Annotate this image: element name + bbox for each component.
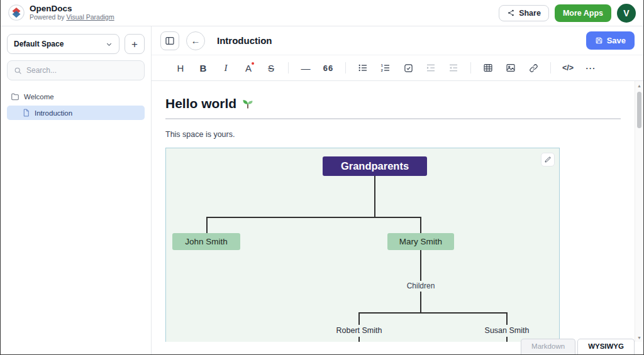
tree-connector-line bbox=[506, 312, 508, 325]
toolbar-divider bbox=[550, 62, 551, 74]
visual-paradigm-link[interactable]: Visual Paradigm bbox=[66, 13, 114, 21]
italic-button[interactable]: I bbox=[214, 58, 237, 77]
save-label: Save bbox=[607, 36, 626, 45]
vertical-scrollbar[interactable]: ▲ ▼ bbox=[635, 81, 643, 342]
tree-connector-line bbox=[420, 292, 421, 312]
outdent-button[interactable] bbox=[442, 58, 465, 77]
wysiwyg-mode-button[interactable]: WYSIWYG bbox=[577, 339, 635, 354]
color-dot bbox=[252, 62, 254, 65]
add-space-button[interactable]: + bbox=[125, 34, 145, 54]
tree-connector-line bbox=[374, 176, 375, 217]
tree-connector-line bbox=[206, 217, 208, 233]
main-panel: ← Introduction Save H B I A S — 6 bbox=[152, 26, 643, 354]
diagram-edge-label-children: Children bbox=[407, 281, 435, 290]
tree-connector-line bbox=[206, 217, 421, 218]
sidebar-item-introduction[interactable]: Introduction bbox=[7, 106, 145, 120]
save-button[interactable]: Save bbox=[586, 31, 635, 50]
blockquote-button[interactable]: 66 bbox=[317, 58, 340, 77]
table-icon bbox=[483, 63, 493, 73]
header-actions: Share More Apps V bbox=[499, 4, 636, 23]
markdown-mode-button[interactable]: Markdown bbox=[521, 339, 575, 354]
avatar[interactable]: V bbox=[617, 4, 636, 23]
app-title: OpenDocs bbox=[30, 4, 114, 14]
heading-button[interactable]: H bbox=[169, 58, 192, 77]
edit-diagram-button[interactable] bbox=[541, 153, 555, 167]
diagram-node-grandparents[interactable]: Grandparents bbox=[323, 156, 427, 176]
editor-mode-toggle: Markdown WYSIWYG bbox=[521, 339, 635, 354]
svg-text:1: 1 bbox=[381, 63, 383, 67]
tree-connector-line bbox=[358, 312, 360, 325]
scroll-down-arrow[interactable]: ▼ bbox=[635, 333, 643, 342]
svg-text:2: 2 bbox=[381, 68, 383, 72]
tree-connector-line bbox=[358, 312, 507, 314]
more-apps-button[interactable]: More Apps bbox=[555, 4, 611, 22]
pencil-icon bbox=[544, 156, 552, 163]
tree-connector-line bbox=[420, 250, 421, 281]
share-icon bbox=[507, 9, 515, 17]
chevron-down-icon bbox=[106, 41, 113, 48]
share-button[interactable]: Share bbox=[499, 5, 549, 21]
powered-by-prefix: Powered by bbox=[30, 13, 64, 21]
scrollbar-thumb[interactable] bbox=[637, 92, 641, 128]
strikethrough-button[interactable]: S bbox=[260, 58, 282, 77]
tree-connector-line bbox=[506, 337, 508, 342]
tree-item-label: Introduction bbox=[35, 109, 72, 117]
search-icon bbox=[14, 67, 22, 75]
document-paragraph: This space is yours. bbox=[165, 130, 621, 139]
toolbar-divider bbox=[288, 62, 289, 74]
folder-icon bbox=[11, 92, 19, 101]
toggle-sidebar-button[interactable] bbox=[160, 31, 179, 50]
app-header: OpenDocs Powered by Visual Paradigm Shar… bbox=[1, 0, 643, 26]
link-button[interactable] bbox=[522, 58, 545, 77]
diagram-node-john-smith[interactable]: John Smith bbox=[172, 233, 240, 250]
space-selector-value: Default Space bbox=[14, 40, 64, 48]
brand-text: OpenDocs Powered by Visual Paradigm bbox=[30, 4, 114, 21]
task-list-button[interactable] bbox=[397, 58, 419, 77]
diagram-node-mary-smith[interactable]: Mary Smith bbox=[387, 233, 454, 250]
code-button[interactable]: </> bbox=[557, 58, 579, 77]
diagram-node-robert-smith[interactable]: Robert Smith bbox=[336, 326, 382, 335]
font-color-button[interactable]: A bbox=[237, 58, 260, 77]
sidebar-item-welcome[interactable]: Welcome bbox=[7, 89, 145, 104]
numbered-list-button[interactable]: 12 bbox=[374, 58, 397, 77]
share-label: Share bbox=[519, 9, 541, 18]
image-icon bbox=[506, 63, 516, 73]
task-list-icon bbox=[404, 63, 413, 73]
family-tree-diagram[interactable]: Grandparents John Smith Mary Smith Child… bbox=[165, 148, 560, 342]
brand: OpenDocs Powered by Visual Paradigm bbox=[8, 4, 114, 21]
sidebar: Default Space + Welcome bbox=[1, 26, 152, 354]
space-row: Default Space + bbox=[7, 34, 145, 54]
app-window: OpenDocs Powered by Visual Paradigm Shar… bbox=[0, 0, 644, 355]
scroll-up-arrow[interactable]: ▲ bbox=[635, 81, 643, 90]
horizontal-rule-button[interactable]: — bbox=[294, 58, 317, 77]
bold-button[interactable]: B bbox=[192, 58, 214, 77]
search-input[interactable] bbox=[26, 66, 138, 75]
document-toolbar: ← Introduction Save bbox=[152, 26, 643, 55]
bullet-list-button[interactable] bbox=[352, 58, 374, 77]
page-title: Introduction bbox=[217, 35, 272, 46]
heading-rule bbox=[165, 118, 621, 119]
space-selector[interactable]: Default Space bbox=[7, 34, 119, 54]
numbered-list-icon: 12 bbox=[380, 63, 391, 73]
document-heading: Hello world bbox=[165, 96, 621, 111]
editor-content[interactable]: Hello world This space is yours. bbox=[152, 81, 635, 342]
toolbar-divider bbox=[470, 62, 471, 74]
table-button[interactable] bbox=[477, 58, 499, 77]
powered-by: Powered by Visual Paradigm bbox=[30, 14, 114, 21]
bullet-list-icon bbox=[358, 63, 368, 73]
heading-text: Hello world bbox=[165, 96, 236, 111]
diagram-node-susan-smith[interactable]: Susan Smith bbox=[485, 326, 530, 335]
panel-icon bbox=[165, 36, 175, 46]
tree-item-label: Welcome bbox=[24, 93, 54, 101]
link-icon bbox=[529, 63, 538, 73]
image-button[interactable] bbox=[499, 58, 522, 77]
document-icon bbox=[22, 109, 30, 117]
search-box[interactable] bbox=[7, 60, 145, 80]
tree-connector-line bbox=[358, 337, 360, 342]
more-options-button[interactable]: ⋯ bbox=[579, 58, 602, 77]
format-toolbar: H B I A S — 66 12 bbox=[152, 55, 643, 81]
indent-button[interactable] bbox=[419, 58, 442, 77]
doc-tree: Welcome Introduction bbox=[7, 89, 145, 120]
outdent-icon bbox=[448, 63, 458, 73]
back-button[interactable]: ← bbox=[186, 31, 205, 50]
